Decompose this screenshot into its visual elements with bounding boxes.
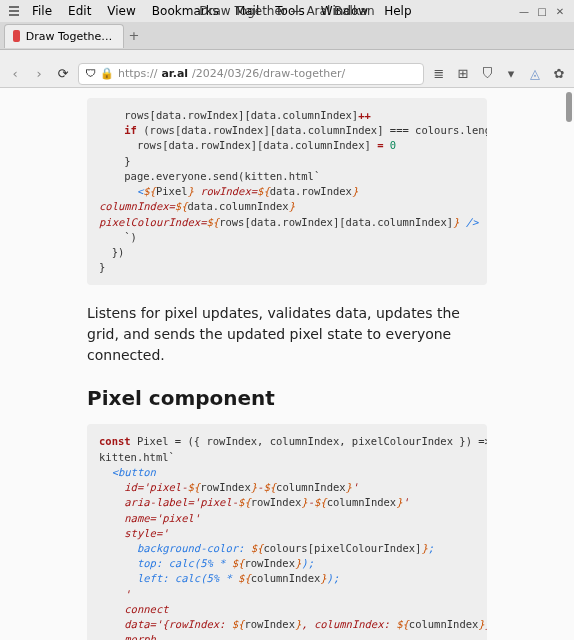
url-toolbar: ‹ › ⟳ 🛡 🔒 https://ar.al/2024/03/26/draw-… [0,60,574,88]
tab-title: Draw Together — Aral Balkan [26,30,115,43]
reader-icon[interactable]: ≣ [430,65,448,83]
favicon-icon [13,30,20,42]
lock-icon: 🔒 [100,67,114,80]
minimize-button[interactable]: — [516,3,532,19]
reload-button[interactable]: ⟳ [54,65,72,83]
paragraph-1: Listens for pixel updates, validates dat… [87,303,487,366]
tabbar: Draw Together — Aral Balkan + [0,22,574,50]
page-viewport[interactable]: rows[data.rowIndex][data.columnIndex]++ … [0,88,574,640]
close-button[interactable]: ✕ [552,3,568,19]
window-title: Draw Together — Aral Balkan [199,4,374,18]
grid-icon[interactable]: ⊞ [454,65,472,83]
heading-pixel-component: Pixel component [87,386,487,410]
browser-tab[interactable]: Draw Together — Aral Balkan [4,24,124,48]
menu-edit[interactable]: Edit [60,4,99,18]
menu-view[interactable]: View [99,4,143,18]
forward-button[interactable]: › [30,65,48,83]
menubar: File Edit View Bookmarks Mail Tools Wind… [0,0,574,22]
shield-icon: 🛡 [85,67,96,80]
toolbar-spacer [0,50,574,60]
back-button[interactable]: ‹ [6,65,24,83]
vertical-scrollbar[interactable] [566,92,572,122]
dropdown-icon[interactable]: ▾ [502,65,520,83]
url-protocol: https:// [118,67,157,80]
menu-file[interactable]: File [24,4,60,18]
url-path: /2024/03/26/draw-together/ [192,67,345,80]
menu-help[interactable]: Help [376,4,419,18]
extensions-icon[interactable]: ✿ [550,65,568,83]
window-controls: — □ ✕ [516,3,568,19]
url-input[interactable]: 🛡 🔒 https://ar.al/2024/03/26/draw-togeth… [78,63,424,85]
triangle-icon[interactable]: ◬ [526,65,544,83]
bookmark-icon[interactable]: ⛉ [478,65,496,83]
code-block-1: rows[data.rowIndex][data.columnIndex]++ … [87,98,487,285]
maximize-button[interactable]: □ [534,3,550,19]
article-content: rows[data.rowIndex][data.columnIndex]++ … [87,88,487,640]
url-domain: ar.al [161,67,188,80]
code-block-2: const Pixel = ({ rowIndex, columnIndex, … [87,424,487,640]
new-tab-button[interactable]: + [124,28,144,43]
hamburger-icon[interactable] [8,5,20,17]
